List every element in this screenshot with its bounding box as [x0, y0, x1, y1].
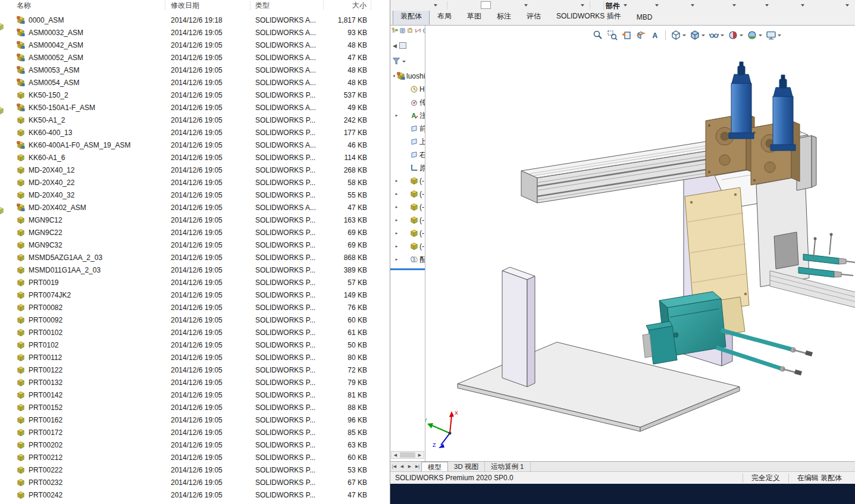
file-row[interactable]: PRT00202 2014/12/6 19:05 SOLIDWORKS P...…: [0, 439, 390, 451]
tree-expand-icon[interactable]: ▸: [394, 192, 399, 196]
collapsed-toolbar-chevron-icon[interactable]: [434, 4, 437, 7]
scroll-left-icon[interactable]: ◀: [392, 453, 399, 458]
column-header-size[interactable]: 大小: [324, 1, 371, 10]
tree-filter[interactable]: [392, 57, 406, 65]
tree-expand-icon[interactable]: ▸: [394, 231, 399, 236]
toolbar-mini-box[interactable]: [481, 1, 491, 9]
scrollbar-thumb[interactable]: [400, 452, 415, 458]
file-row[interactable]: PRT00242 2014/12/6 19:05 SOLIDWORKS P...…: [0, 489, 390, 501]
scroll-first-icon[interactable]: |◀: [390, 464, 398, 469]
scroll-last-icon[interactable]: ▶|: [414, 464, 421, 469]
file-row[interactable]: PRT00212 2014/12/6 19:05 SOLIDWORKS P...…: [0, 451, 390, 464]
collapsed-toolbar-chevron-icon[interactable]: [624, 4, 627, 7]
file-row[interactable]: PRT0102 2014/12/6 19:05 SOLIDWORKS P... …: [0, 339, 390, 351]
collapsed-toolbar-chevron-icon[interactable]: [524, 4, 528, 7]
tree-item[interactable]: ▸ A 注: [390, 109, 425, 122]
tree-expand-icon[interactable]: ▸: [394, 218, 399, 223]
doc-tab-2[interactable]: 运动算例 1: [485, 462, 531, 471]
file-row[interactable]: ASM00052_ASM 2014/12/6 19:05 SOLIDWORKS …: [0, 51, 390, 64]
propertymanager-tab-icon[interactable]: [399, 27, 406, 34]
tree-item[interactable]: 上: [390, 135, 425, 148]
file-row[interactable]: PRT00142 2014/12/6 19:05 SOLIDWORKS P...…: [0, 389, 390, 401]
tree-expand-icon[interactable]: ▸: [394, 205, 399, 209]
file-row[interactable]: ASM00042_ASM 2014/12/6 19:05 SOLIDWORKS …: [0, 39, 390, 51]
ribbon-tab-3[interactable]: 标注: [489, 8, 519, 25]
collapsed-toolbar-chevron-icon[interactable]: [732, 4, 736, 7]
collapsed-toolbar-chevron-icon[interactable]: [801, 4, 804, 7]
file-row[interactable]: PRT00102 2014/12/6 19:05 SOLIDWORKS P...…: [0, 326, 390, 339]
ribbon-tab-6[interactable]: MBD: [629, 10, 660, 25]
file-row[interactable]: MSMD011G1AA_2_03 2014/12/6 19:05 SOLIDWO…: [0, 264, 390, 276]
collapsed-toolbar-chevron-icon[interactable]: [581, 4, 584, 7]
file-row[interactable]: PRT00172 2014/12/6 19:05 SOLIDWORKS P...…: [0, 426, 390, 439]
tree-item[interactable]: ▸ (-: [390, 214, 425, 227]
tree-expand-icon[interactable]: ▸: [394, 179, 399, 183]
tree-item[interactable]: 右: [390, 148, 425, 161]
tree-item[interactable]: H: [390, 83, 425, 96]
tree-item[interactable]: ▸ (-: [390, 174, 425, 187]
scroll-prev-icon[interactable]: ◀: [398, 464, 406, 469]
file-row[interactable]: PRT00152 2014/12/6 19:05 SOLIDWORKS P...…: [0, 401, 390, 414]
column-header-type[interactable]: 类型: [250, 1, 324, 10]
ribbon-tab-0[interactable]: 装配体: [393, 8, 430, 25]
ribbon-tab-1[interactable]: 布局: [430, 8, 459, 25]
file-row[interactable]: KK60-A1_6 2014/12/6 19:05 SOLIDWORKS P..…: [0, 151, 390, 164]
file-row[interactable]: PRT00222 2014/12/6 19:05 SOLIDWORKS P...…: [0, 464, 390, 476]
apply-scene-icon[interactable]: [747, 29, 762, 41]
previous-view-icon[interactable]: [621, 29, 632, 41]
file-row[interactable]: MD-20X402_ASM 2014/12/6 19:05 SOLIDWORKS…: [0, 201, 390, 214]
file-row[interactable]: 0000_ASM 2014/12/6 19:18 SOLIDWORKS A...…: [0, 14, 390, 26]
file-row[interactable]: ASM00032_ASM 2014/12/6 19:05 SOLIDWORKS …: [0, 26, 390, 39]
tree-item[interactable]: ▸ (-: [390, 240, 425, 253]
featuremanager-tab-icon[interactable]: [392, 27, 398, 34]
file-row[interactable]: PRT00082 2014/12/6 19:05 SOLIDWORKS P...…: [0, 301, 390, 314]
configurationmanager-tab-icon[interactable]: [407, 27, 414, 34]
collapsed-toolbar-chevron-icon[interactable]: [765, 4, 769, 7]
file-row[interactable]: MD-20X40_12 2014/12/6 19:05 SOLIDWORKS P…: [0, 164, 390, 176]
file-row[interactable]: PRT00112 2014/12/6 19:05 SOLIDWORKS P...…: [0, 351, 390, 364]
model-right-rail[interactable]: [770, 271, 855, 308]
file-row[interactable]: ASM0054_ASM 2014/12/6 19:05 SOLIDWORKS A…: [0, 76, 390, 89]
file-row[interactable]: KK50-A1_2 2014/12/6 19:05 SOLIDWORKS P..…: [0, 114, 390, 126]
file-row[interactable]: PRT00092 2014/12/6 19:05 SOLIDWORKS P...…: [0, 314, 390, 326]
file-row[interactable]: PRT00232 2014/12/6 19:05 SOLIDWORKS P...…: [0, 476, 390, 489]
tree-horizontal-scrollbar[interactable]: ◀ ▶: [391, 451, 424, 459]
model-left-support[interactable]: [502, 267, 535, 387]
view-settings-icon[interactable]: [766, 29, 781, 41]
file-row[interactable]: KK60-400_13 2014/12/6 19:05 SOLIDWORKS P…: [0, 126, 390, 139]
tree-item[interactable]: ▸ (-: [390, 201, 425, 214]
tree-root-item[interactable]: ▾ luoshi: [390, 70, 425, 83]
file-row[interactable]: PRT00132 2014/12/6 19:05 SOLIDWORKS P...…: [0, 376, 390, 389]
scroll-right-icon[interactable]: ▶: [416, 453, 424, 458]
edit-appearance-icon[interactable]: [728, 29, 743, 41]
tree-splitter-bar[interactable]: [390, 268, 425, 270]
collapsed-toolbar-chevron-icon[interactable]: [845, 4, 849, 7]
file-row[interactable]: KK50-150A1-F_ASM 2014/12/6 19:05 SOLIDWO…: [0, 101, 390, 114]
file-row[interactable]: PRT00122 2014/12/6 19:05 SOLIDWORKS P...…: [0, 364, 390, 376]
dimxpertmanager-tab-icon[interactable]: [415, 27, 421, 34]
scroll-next-icon[interactable]: ▶: [406, 464, 414, 469]
ribbon-tab-2[interactable]: 草图: [459, 8, 489, 25]
zoom-to-fit-icon[interactable]: [593, 29, 603, 41]
file-row[interactable]: MD-20X40_32 2014/12/6 19:05 SOLIDWORKS P…: [0, 189, 390, 201]
zoom-to-area-icon[interactable]: [607, 29, 618, 41]
file-row[interactable]: KK60-400A1-F0_ASM_19_ASM 2014/12/6 19:05…: [0, 139, 390, 151]
file-row[interactable]: PRT0074JK2 2014/12/6 19:05 SOLIDWORKS P.…: [0, 289, 390, 301]
tree-item[interactable]: ▸ (-: [390, 227, 425, 240]
graphics-area[interactable]: A X Y Z: [390, 26, 855, 461]
file-row[interactable]: MGN9C32 2014/12/6 19:05 SOLIDWORKS P... …: [0, 239, 390, 251]
display-style-icon[interactable]: [690, 29, 705, 41]
file-row[interactable]: MD-20X40_22 2014/12/6 19:05 SOLIDWORKS P…: [0, 176, 390, 189]
tree-expand-icon[interactable]: ▸: [394, 257, 399, 262]
file-row[interactable]: ASM0053_ASM 2014/12/6 19:05 SOLIDWORKS A…: [0, 64, 390, 76]
tree-item[interactable]: ▸ 配: [390, 253, 425, 266]
file-row[interactable]: MGN9C12 2014/12/6 19:05 SOLIDWORKS P... …: [0, 214, 390, 226]
column-header-date[interactable]: 修改日期: [165, 1, 250, 10]
doc-tab-0[interactable]: 模型: [421, 462, 448, 471]
tree-item[interactable]: 传: [390, 96, 425, 109]
displaymanager-tab-icon[interactable]: [422, 27, 425, 34]
tree-item[interactable]: 原: [390, 161, 425, 174]
collapsed-toolbar-chevron-icon[interactable]: [655, 4, 659, 7]
file-row[interactable]: MGN9C22 2014/12/6 19:05 SOLIDWORKS P... …: [0, 226, 390, 239]
file-row[interactable]: PRT0019 2014/12/6 19:05 SOLIDWORKS P... …: [0, 276, 390, 289]
